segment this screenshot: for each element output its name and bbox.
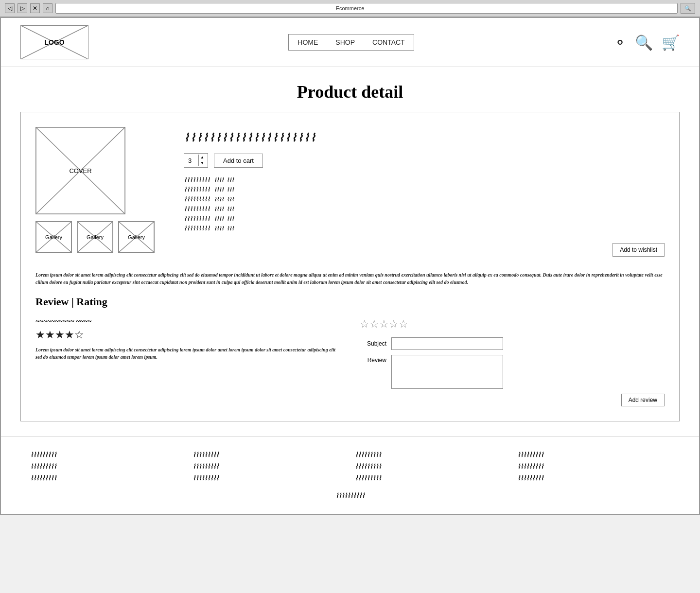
review-stars: ★★★★☆ — [35, 329, 340, 341]
page-wrapper: LOGO HOME SHOP CONTACT ⚬ 🔍 🛒 Product det… — [0, 17, 700, 515]
review-label: Review — [360, 355, 386, 364]
add-wishlist-button[interactable]: Add to wishlist — [612, 243, 665, 257]
product-top: COVER Gallery — [35, 127, 665, 257]
feature-col2-4: ⌇⌇⌇⌇ — [214, 206, 224, 212]
feature-col1-2: ⌇⌇⌇⌇⌇⌇⌇⌇⌇ — [184, 186, 210, 193]
footer-col-1: ⌇⌇⌇⌇⌇⌇⌇⌇⌇ ⌇⌇⌇⌇⌇⌇⌇⌇⌇ ⌇⌇⌇⌇⌇⌇⌇⌇⌇ — [30, 451, 183, 482]
subject-label: Subject — [360, 340, 386, 347]
feature-col3-4: ⌇⌇⌇ — [227, 206, 234, 212]
nav-contact[interactable]: CONTACT — [364, 35, 414, 50]
browser-title: Ecommerce — [336, 5, 365, 11]
gallery-thumb-2[interactable]: Gallery — [77, 221, 113, 253]
review-row: Review — [360, 355, 665, 389]
feature-col1-5: ⌇⌇⌇⌇⌇⌇⌇⌇⌇ — [184, 215, 210, 223]
footer-col1-item2: ⌇⌇⌇⌇⌇⌇⌇⌇⌇ — [30, 463, 183, 471]
nav-home[interactable]: HOME — [289, 35, 327, 50]
nav-close[interactable]: ✕ — [30, 3, 40, 13]
logo-text: LOGO — [44, 38, 64, 46]
reviewer-name: ~~~~~~~~~~ ~~~~ — [35, 318, 340, 326]
subject-input[interactable] — [391, 337, 503, 350]
add-review-button[interactable]: Add review — [621, 394, 665, 406]
browser-chrome: Ecommerce ◁ ▷ ✕ ⌂ 🔍 — [0, 0, 700, 17]
subject-row: Subject — [360, 337, 665, 350]
add-to-cart-button[interactable]: Add to cart — [214, 154, 263, 168]
review-section-title: Review | Rating — [35, 296, 665, 308]
gallery-label-3: Gallery — [128, 234, 145, 240]
main-content: COVER Gallery — [1, 112, 699, 436]
feature-line-3: ⌇⌇⌇⌇⌇⌇⌇⌇⌇ ⌇⌇⌇⌇ ⌇⌇⌇ — [184, 196, 665, 203]
feature-col2-1: ⌇⌇⌇⌇ — [214, 177, 224, 183]
feature-line-4: ⌇⌇⌇⌇⌇⌇⌇⌇⌇ ⌇⌇⌇⌇ ⌇⌇⌇ — [184, 206, 665, 213]
nav-home[interactable]: ⌂ — [43, 3, 52, 13]
footer-col2-item1: ⌇⌇⌇⌇⌇⌇⌇⌇⌇ — [192, 451, 345, 459]
footer-col3-item1: ⌇⌇⌇⌇⌇⌇⌇⌇⌇ — [355, 451, 508, 459]
review-form: ☆☆☆☆☆ Subject Review Add review — [360, 318, 665, 406]
browser-search[interactable]: 🔍 — [681, 3, 695, 14]
nav-back[interactable]: ◁ — [5, 3, 15, 13]
product-name: ⌇⌇⌇⌇⌇⌇⌇⌇⌇⌇⌇⌇⌇⌇⌇⌇⌇⌇⌇⌇⌇ — [184, 132, 665, 144]
review-body: Lorem ipsum dolor sit amet lorem adipisc… — [35, 346, 340, 361]
cart-icon[interactable]: 🛒 — [662, 34, 680, 51]
logo[interactable]: LOGO — [20, 25, 88, 59]
gallery-label-1: Gallery — [45, 234, 62, 240]
quantity-input[interactable]: 3 ▲ ▼ — [184, 153, 208, 168]
product-features: ⌇⌇⌇⌇⌇⌇⌇⌇⌇ ⌇⌇⌇⌇ ⌇⌇⌇ ⌇⌇⌇⌇⌇⌇⌇⌇⌇ ⌇⌇⌇⌇ ⌇⌇⌇ ⌇⌇… — [184, 176, 665, 232]
gallery-label-2: Gallery — [87, 234, 104, 240]
quantity-value: 3 — [186, 157, 198, 164]
main-product-image: COVER — [35, 127, 125, 214]
product-actions: 3 ▲ ▼ Add to cart — [184, 153, 665, 168]
feature-col2-5: ⌇⌇⌇⌇ — [214, 216, 224, 222]
footer-col2-item2: ⌇⌇⌇⌇⌇⌇⌇⌇⌇ — [192, 463, 345, 471]
feature-line-2: ⌇⌇⌇⌇⌇⌇⌇⌇⌇ ⌇⌇⌇⌇ ⌇⌇⌇ — [184, 186, 665, 193]
product-description: Lorem ipsum dolor sit amet lorem adipisc… — [35, 271, 665, 286]
gallery-thumb-3[interactable]: Gallery — [118, 221, 155, 253]
nav-forward[interactable]: ▷ — [18, 3, 27, 13]
site-header: LOGO HOME SHOP CONTACT ⚬ 🔍 🛒 — [1, 18, 699, 67]
review-left: ~~~~~~~~~~ ~~~~ ★★★★☆ Lorem ipsum dolor … — [35, 318, 340, 406]
cover-label: COVER — [69, 167, 91, 174]
rating-stars-empty[interactable]: ☆☆☆☆☆ — [360, 318, 665, 331]
product-images: COVER Gallery — [35, 127, 155, 257]
site-footer: ⌇⌇⌇⌇⌇⌇⌇⌇⌇ ⌇⌇⌇⌇⌇⌇⌇⌇⌇ ⌇⌇⌇⌇⌇⌇⌇⌇⌇ ⌇⌇⌇⌇⌇⌇⌇⌇⌇ … — [1, 436, 699, 514]
qty-down[interactable]: ▼ — [199, 160, 206, 166]
feature-col2-2: ⌇⌇⌇⌇ — [214, 187, 224, 193]
product-info: ⌇⌇⌇⌇⌇⌇⌇⌇⌇⌇⌇⌇⌇⌇⌇⌇⌇⌇⌇⌇⌇ 3 ▲ ▼ Add to cart — [184, 127, 665, 257]
footer-col1-item1: ⌇⌇⌇⌇⌇⌇⌇⌇⌇ — [30, 451, 183, 459]
gallery-row: Gallery Gallery — [35, 221, 155, 253]
header-icons: ⚬ 🔍 🛒 — [614, 34, 680, 51]
feature-col2-6: ⌇⌇⌇⌇ — [214, 226, 224, 232]
feature-col1-4: ⌇⌇⌇⌇⌇⌇⌇⌇⌇ — [184, 206, 210, 213]
footer-grid: ⌇⌇⌇⌇⌇⌇⌇⌇⌇ ⌇⌇⌇⌇⌇⌇⌇⌇⌇ ⌇⌇⌇⌇⌇⌇⌇⌇⌇ ⌇⌇⌇⌇⌇⌇⌇⌇⌇ … — [30, 451, 670, 482]
page-title-section: Product detail — [1, 67, 699, 112]
review-textarea[interactable] — [391, 355, 503, 389]
feature-col3-6: ⌇⌇⌇ — [227, 226, 234, 232]
footer-col-3: ⌇⌇⌇⌇⌇⌇⌇⌇⌇ ⌇⌇⌇⌇⌇⌇⌇⌇⌇ ⌇⌇⌇⌇⌇⌇⌇⌇⌇ — [355, 451, 508, 482]
qty-up[interactable]: ▲ — [199, 155, 206, 160]
user-icon[interactable]: ⚬ — [614, 34, 626, 51]
footer-col-4: ⌇⌇⌇⌇⌇⌇⌇⌇⌇ ⌇⌇⌇⌇⌇⌇⌇⌇⌇ ⌇⌇⌇⌇⌇⌇⌇⌇⌇ — [517, 451, 670, 482]
quantity-arrows[interactable]: ▲ ▼ — [198, 155, 206, 166]
review-layout: ~~~~~~~~~~ ~~~~ ★★★★☆ Lorem ipsum dolor … — [35, 318, 665, 406]
feature-line-6: ⌇⌇⌇⌇⌇⌇⌇⌇⌇ ⌇⌇⌇⌇ ⌇⌇⌇ — [184, 225, 665, 232]
footer-col1-item3: ⌇⌇⌇⌇⌇⌇⌇⌇⌇ — [30, 474, 183, 482]
footer-col3-item3: ⌇⌇⌇⌇⌇⌇⌇⌇⌇ — [355, 474, 508, 482]
review-section: Review | Rating ~~~~~~~~~~ ~~~~ ★★★★☆ Lo… — [35, 296, 665, 406]
feature-col3-5: ⌇⌇⌇ — [227, 216, 234, 222]
gallery-thumb-1[interactable]: Gallery — [35, 221, 72, 253]
address-bar[interactable] — [55, 3, 678, 14]
main-nav: HOME SHOP CONTACT — [288, 34, 414, 51]
feature-col3-2: ⌇⌇⌇ — [227, 187, 234, 193]
footer-col3-item2: ⌇⌇⌇⌇⌇⌇⌇⌇⌇ — [355, 463, 508, 471]
feature-col1-1: ⌇⌇⌇⌇⌇⌇⌇⌇⌇ — [184, 176, 210, 184]
product-name-squiggle: ⌇⌇⌇⌇⌇⌇⌇⌇⌇⌇⌇⌇⌇⌇⌇⌇⌇⌇⌇⌇⌇ — [184, 132, 665, 144]
feature-line-5: ⌇⌇⌇⌇⌇⌇⌇⌇⌇ ⌇⌇⌇⌇ ⌇⌇⌇ — [184, 215, 665, 223]
footer-col-2: ⌇⌇⌇⌇⌇⌇⌇⌇⌇ ⌇⌇⌇⌇⌇⌇⌇⌇⌇ ⌇⌇⌇⌇⌇⌇⌇⌇⌇ — [192, 451, 345, 482]
nav-shop[interactable]: SHOP — [327, 35, 364, 50]
feature-col3-3: ⌇⌇⌇ — [227, 196, 234, 203]
footer-col2-item3: ⌇⌇⌇⌇⌇⌇⌇⌇⌇ — [192, 474, 345, 482]
feature-col1-3: ⌇⌇⌇⌇⌇⌇⌇⌇⌇ — [184, 196, 210, 203]
page-title: Product detail — [1, 82, 699, 102]
footer-col4-item2: ⌇⌇⌇⌇⌇⌇⌇⌇⌇ — [517, 463, 670, 471]
search-icon[interactable]: 🔍 — [635, 34, 653, 51]
footer-col4-item3: ⌇⌇⌇⌇⌇⌇⌇⌇⌇ — [517, 474, 670, 482]
